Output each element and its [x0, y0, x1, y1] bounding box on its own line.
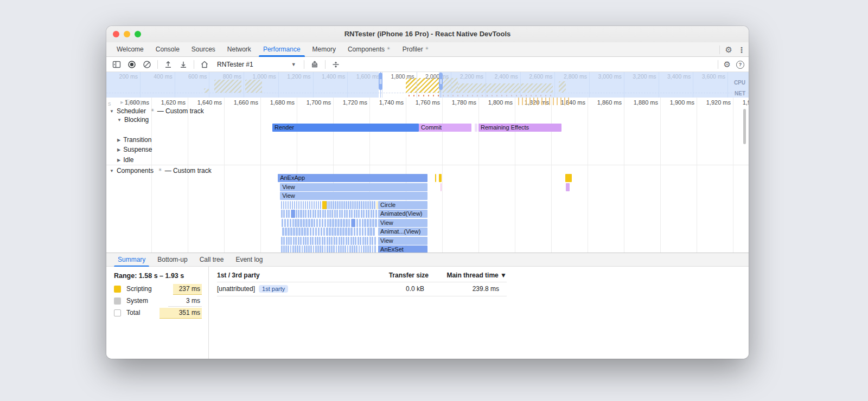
flame-bar-anexset[interactable]: AnExSet: [378, 245, 427, 253]
flame-sliver[interactable]: [303, 237, 304, 245]
flame-sliver[interactable]: [312, 237, 314, 245]
flame-event[interactable]: [352, 219, 355, 227]
flame-sliver[interactable]: [331, 210, 333, 218]
clear-recording-icon[interactable]: [142, 60, 152, 69]
flame-sliver[interactable]: [283, 201, 285, 209]
flame-sliver[interactable]: [362, 228, 364, 236]
flame-event[interactable]: [291, 210, 295, 218]
flame-sliver[interactable]: [338, 245, 340, 253]
flame-sliver[interactable]: [296, 228, 298, 236]
flame-sliver[interactable]: [365, 228, 367, 236]
flame-sliver[interactable]: [282, 228, 284, 236]
capture-settings-gear-icon[interactable]: ⚙: [724, 60, 731, 69]
flame-sliver[interactable]: [311, 201, 313, 209]
flame-sliver[interactable]: [329, 228, 331, 236]
flame-sliver[interactable]: [347, 245, 349, 253]
flame-sliver[interactable]: [316, 201, 317, 209]
flame-sliver[interactable]: [344, 210, 346, 218]
tab-profiler[interactable]: Profiler✳: [397, 42, 435, 56]
flame-sliver[interactable]: [335, 219, 337, 227]
load-profile-icon[interactable]: [163, 60, 173, 69]
flame-sliver[interactable]: [303, 219, 305, 227]
flame-sliver[interactable]: [340, 228, 342, 236]
flame-sliver[interactable]: [294, 201, 296, 209]
flame-sliver[interactable]: [350, 201, 352, 209]
tab-memory[interactable]: Memory: [307, 42, 342, 56]
flame-sliver[interactable]: [310, 210, 311, 218]
column-header-main-thread-time[interactable]: Main thread time ▼: [446, 271, 507, 279]
track-header-idle[interactable]: ▶Idle: [117, 156, 134, 164]
flame-sliver[interactable]: [318, 201, 320, 209]
flame-sliver[interactable]: [305, 219, 308, 227]
flame-sliver[interactable]: [327, 245, 328, 253]
flame-sliver[interactable]: [375, 210, 377, 218]
flame-sliver[interactable]: [318, 228, 320, 236]
flame-sliver[interactable]: [326, 228, 328, 236]
flame-sliver[interactable]: [348, 201, 349, 209]
flame-sliver[interactable]: [374, 245, 376, 253]
tab-network[interactable]: Network: [221, 42, 257, 56]
flame-sliver[interactable]: [343, 219, 345, 227]
column-header-party[interactable]: 1st / 3rd party: [217, 271, 260, 279]
flame-sliver[interactable]: [332, 219, 334, 227]
help-icon[interactable]: ?: [736, 61, 744, 69]
flame-sliver[interactable]: [335, 201, 336, 209]
flame-sliver[interactable]: [312, 228, 315, 236]
flame-sliver[interactable]: [341, 201, 343, 209]
flame-sliver[interactable]: [336, 210, 338, 218]
flame-sliver[interactable]: [290, 245, 292, 253]
flame-sliver[interactable]: [286, 237, 288, 245]
flame-sliver[interactable]: [324, 237, 326, 245]
flame-sliver[interactable]: [334, 210, 336, 218]
flame-sliver[interactable]: [331, 245, 333, 253]
flame-sliver[interactable]: [356, 201, 358, 209]
track-header-blocking[interactable]: ▼Blocking: [117, 116, 149, 124]
flame-bar-view[interactable]: View: [378, 219, 427, 227]
flame-sliver[interactable]: [281, 245, 283, 253]
flame-sliver[interactable]: [349, 245, 351, 253]
flame-sliver[interactable]: [343, 237, 344, 245]
flame-sliver[interactable]: [320, 210, 321, 218]
home-live-metrics-icon[interactable]: [200, 60, 209, 69]
flame-sliver[interactable]: [281, 210, 283, 218]
flame-sliver[interactable]: [361, 210, 362, 218]
flame-sliver[interactable]: [356, 210, 358, 218]
flame-sliver[interactable]: [358, 237, 359, 245]
flame-sliver[interactable]: [329, 245, 330, 253]
flame-sliver[interactable]: [331, 228, 334, 236]
flame-sliver[interactable]: [369, 245, 371, 253]
flame-sliver[interactable]: [356, 219, 359, 227]
flame-sliver[interactable]: [322, 237, 323, 245]
flame-sliver[interactable]: [344, 245, 346, 253]
flame-sliver[interactable]: [304, 245, 305, 253]
flame-sliver[interactable]: [305, 210, 307, 218]
flame-sliver[interactable]: [306, 245, 308, 253]
flame-sliver[interactable]: [366, 210, 367, 218]
flame-event[interactable]: [441, 183, 442, 191]
flame-sliver[interactable]: [337, 201, 339, 209]
flame-sliver[interactable]: [288, 245, 289, 253]
flame-event[interactable]: [566, 183, 570, 191]
flame-bar-render[interactable]: Render: [272, 124, 419, 132]
flame-sliver[interactable]: [298, 228, 301, 236]
flame-sliver[interactable]: [352, 245, 353, 253]
flame-sliver[interactable]: [367, 228, 369, 236]
tab-components[interactable]: Components✳: [342, 42, 397, 56]
flame-sliver[interactable]: [374, 237, 376, 245]
flame-sliver[interactable]: [373, 228, 375, 236]
flame-sliver[interactable]: [339, 201, 341, 209]
flame-sliver[interactable]: [285, 245, 287, 253]
flame-sliver[interactable]: [339, 237, 340, 245]
flame-sliver[interactable]: [307, 228, 309, 236]
flame-sliver[interactable]: [308, 219, 310, 227]
flame-sliver[interactable]: [359, 245, 360, 253]
flame-sliver[interactable]: [295, 219, 297, 227]
flame-sliver[interactable]: [355, 237, 356, 245]
flame-sliver[interactable]: [290, 237, 292, 245]
flame-sliver[interactable]: [353, 237, 354, 245]
flame-sliver[interactable]: [364, 219, 366, 227]
flame-sliver[interactable]: [329, 210, 331, 218]
flame-sliver[interactable]: [348, 237, 349, 245]
flame-sliver[interactable]: [292, 201, 293, 209]
flame-sliver[interactable]: [337, 219, 340, 227]
